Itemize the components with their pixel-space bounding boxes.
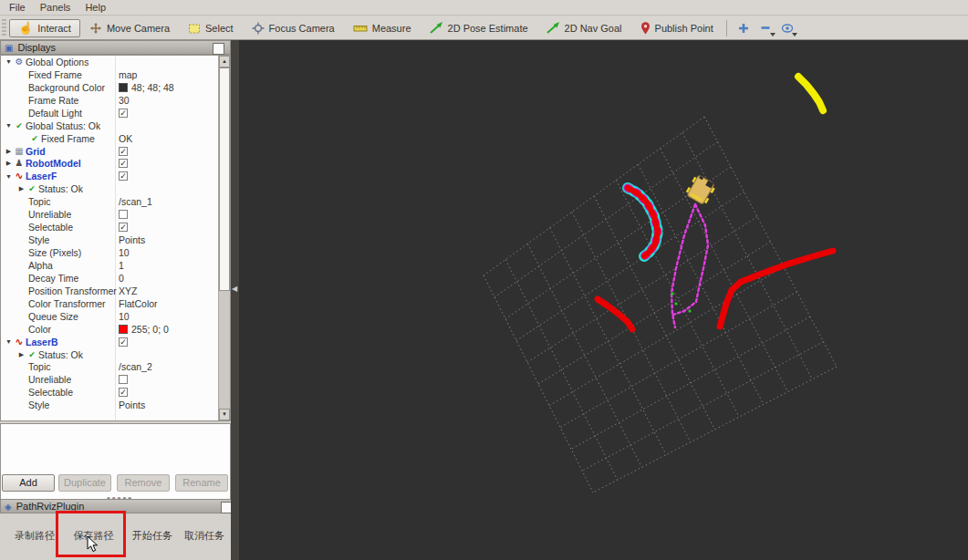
add-tool-button[interactable]: [733, 18, 755, 38]
path-left: [671, 204, 695, 327]
checkbox[interactable]: ✓: [119, 388, 128, 397]
expand-arrow-icon[interactable]: ▶: [5, 160, 13, 167]
displays-panel-float-button[interactable]: [213, 43, 224, 55]
property-value: OK: [119, 132, 132, 145]
tree-row-status-ok[interactable]: ▶✔Status: Ok: [1, 182, 230, 195]
expand-arrow-icon[interactable]: ▶: [17, 185, 26, 192]
view-splitter[interactable]: ◀: [231, 40, 239, 560]
collapse-arrow-icon[interactable]: ▼: [5, 122, 13, 129]
pose-estimate-arrow-icon: [430, 22, 443, 34]
pose-estimate-tool-button[interactable]: 2D Pose Estimate: [421, 18, 537, 37]
menu-item-panels[interactable]: Panels: [33, 1, 78, 14]
tree-row-global-status-ok[interactable]: ▼✔Global Status: Ok: [1, 119, 230, 132]
tree-row-unreliable[interactable]: Unreliable: [1, 373, 230, 386]
tree-row-color[interactable]: Color255; 0; 0: [1, 323, 230, 336]
tree-row-global-options[interactable]: ▼⚙Global Options: [1, 56, 230, 68]
tree-row-color-transformer[interactable]: Color TransformerFlatColor: [1, 297, 230, 310]
property-value[interactable]: ✓: [119, 170, 128, 182]
tree-row-selectable[interactable]: Selectable✓: [1, 221, 230, 233]
checkbox[interactable]: ✓: [119, 159, 128, 168]
3d-viewport[interactable]: [239, 40, 968, 560]
interact-tool-button[interactable]: ☝ Interact: [9, 19, 80, 37]
remove-tool-button[interactable]: [755, 18, 776, 38]
scrollbar-up-arrow[interactable]: ▲: [219, 56, 230, 67]
tree-row-style[interactable]: StylePoints: [1, 233, 230, 246]
checkbox[interactable]: [119, 210, 128, 219]
measure-tool-button[interactable]: Measure: [344, 19, 421, 37]
tree-row-topic[interactable]: Topic/scan_1: [1, 195, 230, 208]
select-tool-button[interactable]: Select: [179, 18, 243, 38]
checkbox[interactable]: ✓: [119, 109, 128, 118]
collapse-arrow-icon[interactable]: ▼: [5, 173, 13, 180]
move-camera-icon: [89, 22, 102, 35]
property-value[interactable]: ✓: [119, 145, 128, 158]
collapse-arrow-icon[interactable]: ▼: [5, 58, 13, 65]
property-value[interactable]: [119, 373, 128, 386]
color-swatch: [119, 83, 128, 92]
menu-item-help[interactable]: Help: [78, 1, 113, 14]
expand-arrow-icon[interactable]: ▶: [5, 148, 13, 155]
displays-panel-header[interactable]: ▣ Displays: [0, 40, 231, 55]
tree-row-selectable[interactable]: Selectable✓: [1, 386, 230, 399]
tree-row-grid[interactable]: ▶▦Grid✓: [1, 145, 230, 158]
tree-row-topic[interactable]: Topic/scan_2: [1, 361, 230, 374]
property-value[interactable]: [119, 208, 128, 221]
value-text: /scan_2: [119, 361, 152, 372]
toolbar: ☝ Interact Move Camera Select Focus Came…: [0, 16, 968, 40]
checkbox[interactable]: ✓: [119, 337, 128, 347]
toolbar-drag-handle[interactable]: [2, 19, 6, 37]
录制路径-button[interactable]: 录制路径: [6, 527, 63, 546]
property-value[interactable]: ✓: [119, 158, 128, 171]
tree-row-frame-rate[interactable]: Frame Rate30: [1, 94, 230, 107]
tree-row-laserf[interactable]: ▼∿LaserF✓: [1, 170, 230, 182]
displays-button-row: AddDuplicateRemoveRename: [0, 474, 239, 493]
checkbox[interactable]: ✓: [119, 147, 128, 156]
publish-point-pin-icon: [640, 22, 651, 35]
tree-row-status-ok[interactable]: ▶✔Status: Ok: [1, 348, 230, 361]
add-button[interactable]: Add: [2, 474, 55, 492]
tool-properties-button[interactable]: [776, 18, 798, 38]
property-label: Unreliable: [28, 209, 71, 220]
property-value[interactable]: ✓: [119, 386, 128, 399]
focus-camera-label: Focus Camera: [269, 23, 335, 34]
tree-row-size-pixels[interactable]: Size (Pixels)10: [1, 246, 230, 259]
property-value[interactable]: ✓: [119, 221, 128, 233]
displays-tree-scrollbar[interactable]: ▲ ▼: [218, 56, 230, 420]
tree-row-laserb[interactable]: ▼∿LaserB✓: [1, 336, 230, 348]
property-label: Size (Pixels): [28, 247, 81, 258]
value-text: 10: [119, 311, 130, 322]
tree-row-fixed-frame[interactable]: Fixed Framemap: [1, 68, 230, 81]
displays-tree[interactable]: ▼⚙Global OptionsFixed FramemapBackground…: [0, 55, 231, 421]
property-value[interactable]: ✓: [119, 336, 128, 348]
tree-row-alpha[interactable]: Alpha1: [1, 259, 230, 272]
tree-row-fixed-frame[interactable]: ✔Fixed FrameOK: [1, 132, 230, 145]
scrollbar-down-arrow[interactable]: ▼: [219, 409, 230, 420]
property-label: LaserF: [26, 171, 57, 181]
collapse-arrow-icon[interactable]: ▼: [5, 338, 13, 345]
focus-camera-tool-button[interactable]: Focus Camera: [243, 18, 344, 38]
tree-row-style[interactable]: StylePoints: [1, 399, 230, 411]
menu-item-file[interactable]: File: [2, 1, 33, 14]
scrollbar-thumb[interactable]: [219, 67, 230, 291]
move-camera-tool-button[interactable]: Move Camera: [80, 18, 179, 38]
tree-row-unreliable[interactable]: Unreliable: [1, 208, 230, 221]
property-value[interactable]: ✓: [119, 107, 128, 119]
nav-goal-tool-button[interactable]: 2D Nav Goal: [537, 18, 631, 37]
checkbox[interactable]: ✓: [119, 171, 128, 181]
checkbox[interactable]: ✓: [119, 223, 128, 232]
tree-row-robotmodel[interactable]: ▶♟RobotModel✓: [1, 158, 230, 171]
tree-row-background-color[interactable]: Background Color48; 48; 48: [1, 81, 230, 94]
expand-arrow-icon[interactable]: ▶: [17, 351, 26, 358]
value-text: 48; 48; 48: [131, 82, 174, 93]
tree-row-queue-size[interactable]: Queue Size10: [1, 310, 230, 323]
tree-row-decay-time[interactable]: Decay Time0: [1, 272, 230, 285]
tree-row-default-light[interactable]: Default Light✓: [1, 107, 230, 119]
取消任务-button[interactable]: 取消任务: [179, 527, 230, 546]
collapse-panel-arrow-icon[interactable]: ◀: [232, 285, 237, 293]
gear-icon: ⚙: [13, 57, 26, 67]
check-icon: ✔: [28, 134, 41, 143]
tree-row-position-transformer[interactable]: Position TransformerXYZ: [1, 285, 230, 297]
publish-point-tool-button[interactable]: Publish Point: [631, 18, 723, 38]
property-value: 0: [119, 272, 124, 285]
checkbox[interactable]: [119, 375, 128, 384]
